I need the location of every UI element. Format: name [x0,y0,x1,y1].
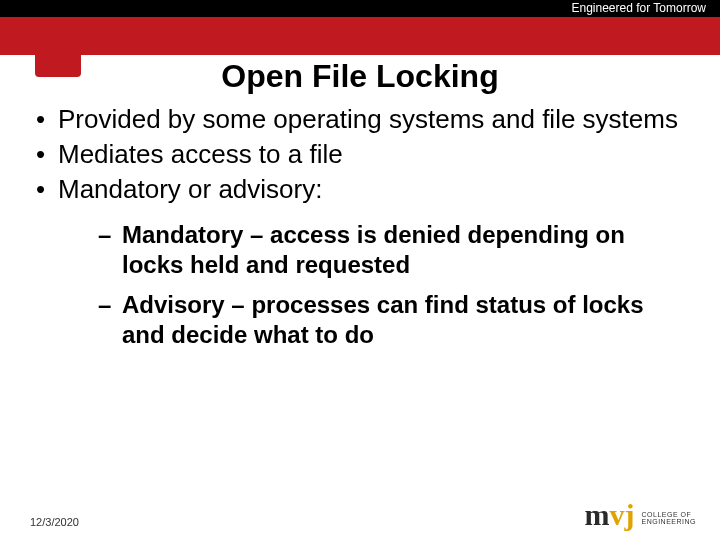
logo-line2: ENGINEERING [641,518,696,526]
logo-letters-vj: vj [609,500,634,530]
logo-letter-m: m [584,500,609,530]
bullet-item: Mandatory or advisory: Mandatory – acces… [30,174,690,349]
sub-bullet-list: Mandatory – access is denied depending o… [58,220,690,350]
logo-subtext: COLLEGE OF ENGINEERING [641,511,696,526]
main-bullet-list: Provided by some operating systems and f… [30,104,690,350]
logo-line1: COLLEGE OF [641,511,696,519]
slide-title: Open File Locking [0,58,720,95]
bullet-text: Mandatory or advisory: [58,174,322,204]
sub-bullet-item: Mandatory – access is denied depending o… [98,220,690,280]
slide-content: Provided by some operating systems and f… [30,104,690,360]
header-tagline: Engineered for Tomorrow [571,0,706,17]
bullet-item: Provided by some operating systems and f… [30,104,690,135]
bullet-item: Mediates access to a file [30,139,690,170]
header-red-bar [0,17,720,55]
footer-date: 12/3/2020 [30,516,79,528]
sub-bullet-item: Advisory – processes can find status of … [98,290,690,350]
institution-logo: m vj COLLEGE OF ENGINEERING [584,500,696,530]
